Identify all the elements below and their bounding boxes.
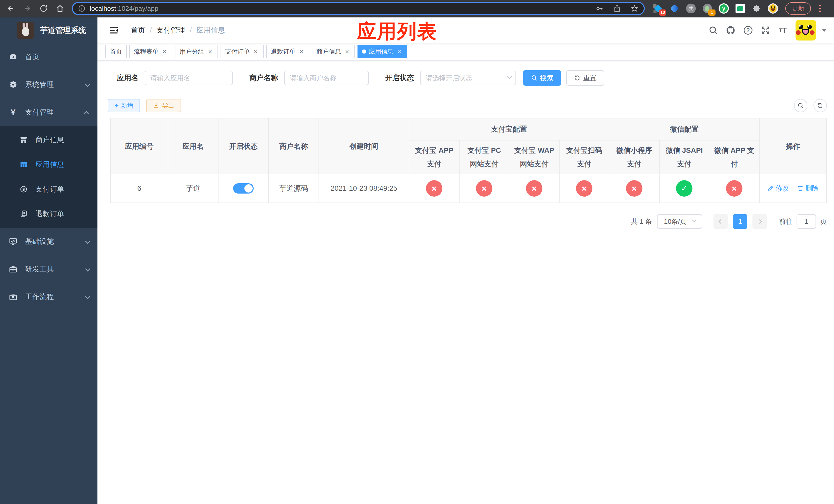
- pagination: 共 1 条 10条/页 1 前往 页: [108, 214, 827, 229]
- extension-balloon-icon[interactable]: [670, 3, 680, 14]
- breadcrumb-item-home[interactable]: 首页: [131, 25, 156, 35]
- column-header-app-id: 应用编号: [111, 118, 168, 174]
- goto-prefix-label: 前往: [779, 217, 792, 226]
- status-wx-lite[interactable]: [626, 180, 642, 197]
- tab-refund-order[interactable]: 退款订单: [266, 45, 309, 58]
- extensions-puzzle-icon[interactable]: [751, 3, 762, 14]
- forward-icon: [23, 4, 31, 13]
- enable-toggle[interactable]: [233, 183, 254, 193]
- tab-app-info[interactable]: 应用信息: [357, 45, 407, 58]
- pagination-total: 共 1 条: [631, 217, 652, 226]
- extension-badge: 10: [659, 9, 666, 16]
- cell-app-name: 芋道: [168, 174, 218, 203]
- browser-back-button[interactable]: [4, 2, 18, 15]
- puzzle-icon: [752, 4, 761, 13]
- bookmark-star-icon[interactable]: [630, 4, 639, 13]
- sidebar-item-workflow[interactable]: 工作流程: [0, 283, 97, 311]
- app-name-input[interactable]: [145, 71, 233, 85]
- breadcrumb-item-app-info: 应用信息: [196, 25, 225, 35]
- download-icon: [153, 102, 159, 109]
- home-icon: [56, 4, 64, 13]
- filter-status-label: 开启状态: [385, 73, 414, 83]
- extension-smiley-icon[interactable]: [768, 3, 778, 14]
- close-icon[interactable]: [161, 48, 168, 55]
- sidebar-item-system[interactable]: 系统管理: [0, 71, 97, 98]
- tab-pay-order[interactable]: 支付订单: [221, 45, 264, 58]
- submenu-item-merchant-info[interactable]: 商户信息: [0, 128, 97, 152]
- url-bar[interactable]: localhost:1024/pay/app: [72, 2, 645, 15]
- edit-link[interactable]: 修改: [767, 184, 789, 193]
- tab-process-form[interactable]: 流程表单: [129, 45, 172, 58]
- password-key-icon[interactable]: [595, 4, 604, 13]
- page-size-label: 10条/页: [664, 217, 686, 226]
- submenu-item-pay-order[interactable]: 支付订单: [0, 177, 97, 202]
- status-wx-jsapi[interactable]: [676, 180, 693, 197]
- close-icon[interactable]: [344, 48, 350, 55]
- avatar-caret-icon[interactable]: [822, 29, 827, 32]
- chevron-down-icon: [85, 293, 89, 301]
- font-size-icon[interactable]: TT: [778, 25, 788, 35]
- prev-page-button[interactable]: [714, 214, 728, 229]
- active-dot-icon: [362, 49, 366, 53]
- submenu-item-app-info[interactable]: 应用信息: [0, 152, 97, 177]
- extension-command-icon[interactable]: ⌘: [686, 3, 696, 14]
- sidebar-item-infrastructure[interactable]: 基础设施: [0, 228, 97, 255]
- app-logo-row[interactable]: 芋道管理系统: [0, 18, 97, 43]
- user-avatar[interactable]: [795, 20, 816, 41]
- browser-forward-button[interactable]: [21, 2, 34, 15]
- sidebar-item-label: 支付管理: [25, 108, 54, 117]
- tab-user-group[interactable]: 用户分组: [175, 45, 218, 58]
- close-icon[interactable]: [207, 48, 213, 55]
- dashboard-icon: [9, 52, 18, 61]
- delete-link[interactable]: 删除: [797, 184, 819, 193]
- toolbox-icon: [9, 265, 18, 274]
- status-alipay-wap[interactable]: [526, 180, 543, 197]
- tab-merchant-info[interactable]: 商户信息: [312, 45, 355, 58]
- status-wx-app[interactable]: [726, 180, 743, 197]
- store-icon: [20, 136, 28, 144]
- site-info-icon[interactable]: [78, 5, 86, 12]
- extension-diamond-icon[interactable]: 10: [653, 3, 663, 14]
- share-icon[interactable]: [613, 4, 621, 13]
- submenu-item-refund-order[interactable]: 退款订单: [0, 202, 97, 226]
- page-number-button[interactable]: 1: [733, 214, 747, 229]
- sidebar-item-dev-tools[interactable]: 研发工具: [0, 255, 97, 283]
- extension-y-icon[interactable]: y: [719, 3, 729, 14]
- close-icon[interactable]: [253, 48, 259, 55]
- breadcrumb-item-payment[interactable]: 支付管理: [156, 25, 196, 35]
- browser-update-button[interactable]: 更新: [785, 2, 811, 15]
- search-button[interactable]: 搜索: [523, 70, 561, 86]
- close-icon[interactable]: [298, 48, 305, 55]
- github-icon[interactable]: [726, 25, 736, 35]
- add-button[interactable]: + 新增: [108, 99, 140, 112]
- refresh-table-button[interactable]: [813, 99, 827, 112]
- edit-label: 修改: [775, 184, 789, 193]
- page-size-select[interactable]: 10条/页: [657, 214, 702, 229]
- browser-menu-kebab-icon[interactable]: [819, 5, 821, 12]
- browser-reload-button[interactable]: [37, 2, 50, 15]
- header-search-icon[interactable]: [708, 25, 718, 35]
- reset-button[interactable]: 重置: [566, 70, 604, 86]
- browser-home-button[interactable]: [53, 2, 67, 15]
- export-button[interactable]: 导出: [146, 99, 181, 112]
- payment-submenu: 商户信息 应用信息 支付订单: [0, 126, 97, 228]
- goto-page-input[interactable]: [796, 214, 816, 229]
- fullscreen-icon[interactable]: [761, 25, 770, 35]
- sidebar-item-payment[interactable]: ¥ 支付管理: [0, 98, 97, 126]
- hamburger-toggle-button[interactable]: [109, 25, 119, 36]
- help-icon[interactable]: ?: [743, 25, 753, 35]
- next-page-button[interactable]: [752, 214, 767, 229]
- status-alipay-app[interactable]: [426, 180, 442, 197]
- extension-camera-icon[interactable]: 1: [702, 3, 712, 14]
- status-alipay-scan[interactable]: [576, 180, 592, 197]
- sidebar-item-home[interactable]: 首页: [0, 43, 97, 71]
- toggle-search-button[interactable]: [794, 99, 807, 112]
- merchant-name-input[interactable]: [284, 71, 369, 85]
- page-content: 应用名 商户名称 开启状态 请选择开启状态 搜索 重置: [97, 61, 834, 504]
- tab-home[interactable]: 首页: [105, 45, 127, 58]
- status-select[interactable]: 请选择开启状态: [420, 71, 516, 85]
- status-alipay-pc[interactable]: [476, 180, 492, 197]
- sidebar-item-label: 研发工具: [25, 264, 54, 274]
- extension-chat-icon[interactable]: [735, 3, 745, 14]
- close-icon[interactable]: [396, 48, 403, 55]
